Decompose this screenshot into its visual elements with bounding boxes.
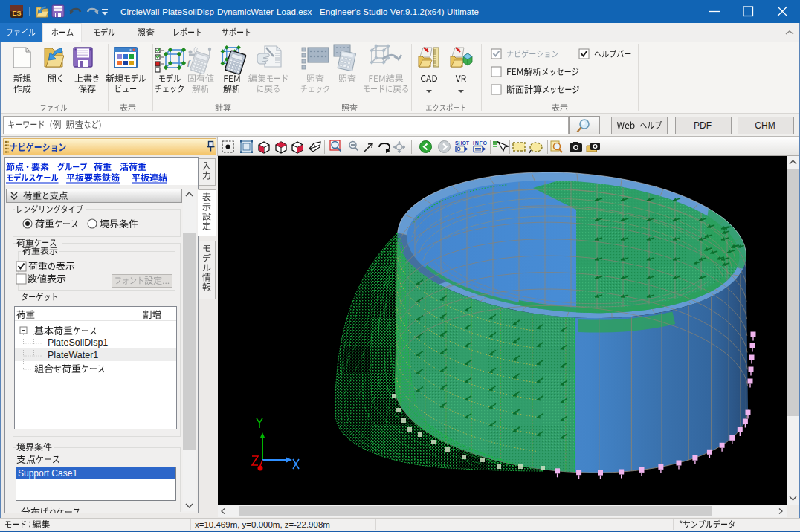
svg-text:INFO: INFO [473,140,488,146]
svg-text:f: f [187,58,191,67]
svg-text:SHOT: SHOT [455,140,470,146]
svg-text:ES: ES [12,10,21,17]
